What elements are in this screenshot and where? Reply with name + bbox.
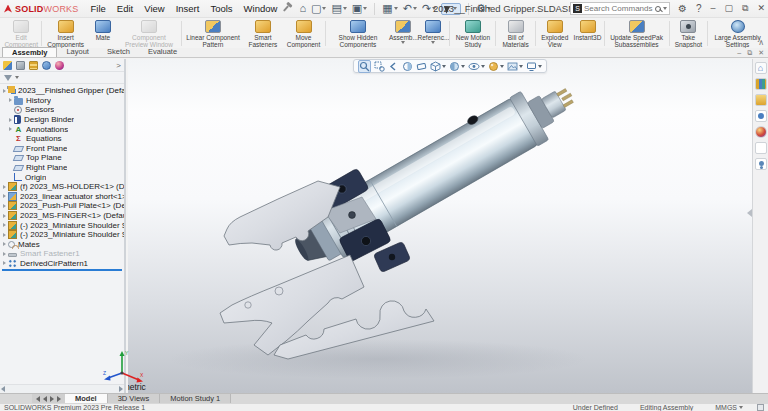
doc-restore-button[interactable]: ⧉ xyxy=(747,48,752,58)
tree-item-derived-cir-pattern[interactable]: DerivedCirPattern1 xyxy=(2,259,124,269)
displaymanager-tab-icon[interactable] xyxy=(55,61,64,70)
ribbon-linear-pattern-button[interactable]: Linear Component Pattern xyxy=(183,19,243,48)
linear-actuator-body[interactable] xyxy=(283,67,585,276)
tree-item-equations[interactable]: ΣEquations xyxy=(2,134,124,144)
ribbon-bill-of-materials-button[interactable]: Bill of Materials xyxy=(497,19,534,48)
ribbon-collapse-chevron[interactable]: ∧ xyxy=(758,38,764,47)
propertymanager-tab-icon[interactable] xyxy=(16,61,25,70)
close-button[interactable]: ✕ xyxy=(757,2,765,14)
expand-arrow-icon[interactable] xyxy=(9,118,12,122)
ribbon-insert-components-button[interactable]: Insert Components xyxy=(43,19,88,48)
clamp-screw[interactable] xyxy=(389,254,395,260)
restore-button[interactable]: ⧉ xyxy=(742,2,748,14)
gripper-assembly-model[interactable] xyxy=(128,59,752,393)
ribbon-take-snapshot-button[interactable]: Take Snapshot xyxy=(671,19,707,48)
tree-item-mates[interactable]: Mates xyxy=(2,240,124,250)
tree-item-push-pull-plate[interactable]: 2023_Push-Pull Plate<1> (Default) xyxy=(2,201,124,211)
rollback-bar[interactable] xyxy=(2,269,122,271)
zoom-to-area-button[interactable] xyxy=(374,61,385,72)
minimize-button[interactable]: – xyxy=(710,2,715,14)
view-orientation-button[interactable] xyxy=(430,61,446,72)
design-library-icon[interactable] xyxy=(755,78,767,90)
ribbon-instant3d-button[interactable]: Instant3D xyxy=(573,19,603,48)
ribbon-exploded-view-button[interactable]: Exploded View xyxy=(537,19,573,48)
connector-pin[interactable] xyxy=(563,100,573,108)
status-tag-icon[interactable] xyxy=(757,404,764,411)
settings-gear-button[interactable]: ⚙ xyxy=(678,3,687,14)
tree-item-top-plane[interactable]: Top Plane xyxy=(2,153,124,163)
solidworks-resources-icon[interactable]: ⌂ xyxy=(755,62,767,74)
tab-sketch[interactable]: Sketch xyxy=(98,47,139,57)
tree-item-shoulder-screw-2[interactable]: (-) 2023_Miniature Shoulder Screw xyxy=(2,230,124,240)
home-button[interactable]: ⌂ xyxy=(299,3,306,14)
search-icon[interactable] xyxy=(655,6,661,12)
tab-scroll-first-icon[interactable] xyxy=(36,396,40,402)
expand-arrow-icon[interactable] xyxy=(9,98,12,102)
ribbon-reference-geometry-button[interactable]: Referenc... xyxy=(418,19,448,48)
tree-item-linear-actuator[interactable]: 2023_linear actuator short<1> xyxy=(2,192,124,202)
connector-pin[interactable] xyxy=(562,93,572,101)
status-units-selector[interactable]: MMGS xyxy=(715,404,743,411)
menu-window[interactable]: Window xyxy=(244,3,278,14)
doc-minimize-button[interactable]: – xyxy=(737,48,741,58)
featuremanager-tree-tab-icon[interactable] xyxy=(3,61,12,70)
tree-item-origin[interactable]: Origin xyxy=(2,172,124,182)
tab-3d-views[interactable]: 3D Views xyxy=(108,394,161,403)
menu-view[interactable]: View xyxy=(144,3,164,14)
tab-layout[interactable]: Layout xyxy=(57,47,98,57)
search-commands-box[interactable]: S xyxy=(570,2,670,15)
taskpane-collapse-arrow[interactable] xyxy=(747,209,752,217)
previous-view-button[interactable] xyxy=(388,61,399,72)
menu-edit[interactable]: Edit xyxy=(117,3,133,14)
menu-insert[interactable]: Insert xyxy=(176,3,200,14)
appearances-scenes-icon[interactable] xyxy=(755,126,767,138)
ribbon-assembly-features-button[interactable]: Assemb... xyxy=(388,19,418,48)
connector-pin[interactable] xyxy=(557,89,567,97)
ribbon-move-component-button[interactable]: Move Component xyxy=(283,19,325,48)
dynamic-annotation-views-button[interactable] xyxy=(416,61,427,72)
expand-arrow-icon[interactable] xyxy=(3,261,6,265)
display-style-button[interactable] xyxy=(449,61,465,72)
view-settings-button[interactable] xyxy=(526,61,542,72)
expand-arrow-icon[interactable] xyxy=(3,214,6,218)
help-button[interactable]: ? xyxy=(696,3,702,14)
expand-arrow-icon[interactable] xyxy=(3,204,6,208)
ribbon-smart-fasteners-button[interactable]: Smart Fasteners xyxy=(243,19,282,48)
ribbon-update-speedpak-button[interactable]: Update SpeedPak Subassemblies xyxy=(606,19,668,48)
file-explorer-icon[interactable] xyxy=(755,94,767,106)
tab-scroll-last-icon[interactable] xyxy=(57,396,61,402)
tab-evaluate[interactable]: Evaluate xyxy=(139,47,186,57)
hide-show-items-button[interactable] xyxy=(468,61,485,72)
expand-arrow-icon[interactable] xyxy=(9,127,12,131)
expand-arrow-icon[interactable] xyxy=(3,242,6,246)
expand-arrow-icon[interactable] xyxy=(3,185,6,189)
expand-arrow-icon[interactable] xyxy=(3,233,6,237)
tab-scroll-right-icon[interactable] xyxy=(50,396,54,402)
clamp-screw[interactable] xyxy=(361,236,370,245)
tree-item-design-binder[interactable]: Design Binder xyxy=(2,115,124,125)
search-input[interactable] xyxy=(584,4,653,13)
tree-item-ms-holder[interactable]: (f) 2023_MS-HOLDER<1> (Default) xyxy=(2,182,124,192)
custom-properties-icon[interactable] xyxy=(755,142,767,154)
expand-arrow-icon[interactable] xyxy=(3,252,6,256)
tab-model[interactable]: Model xyxy=(65,394,108,403)
search-scope-icon[interactable]: S xyxy=(573,4,582,13)
menu-tools[interactable]: Tools xyxy=(210,3,232,14)
expand-arrow-icon[interactable] xyxy=(3,89,6,93)
ribbon-show-hidden-button[interactable]: Show Hidden Components xyxy=(327,19,388,48)
panel-tabs-overflow-chevron[interactable]: > xyxy=(116,61,121,70)
actuator-cylinder[interactable] xyxy=(337,98,539,246)
doc-close-button[interactable]: ✕ xyxy=(758,48,764,58)
open-button[interactable]: ▤ xyxy=(331,3,346,14)
filter-funnel-icon[interactable] xyxy=(4,75,12,81)
tab-motion-study-1[interactable]: Motion Study 1 xyxy=(160,394,231,403)
solidworks-forum-icon[interactable] xyxy=(755,158,767,170)
tree-item-history[interactable]: History xyxy=(2,96,124,106)
zoom-to-fit-button[interactable] xyxy=(358,60,371,73)
apply-scene-button[interactable] xyxy=(507,61,523,72)
expand-arrow-icon[interactable] xyxy=(3,223,6,227)
ribbon-new-motion-study-button[interactable]: New Motion Study xyxy=(451,19,494,48)
tree-item-shoulder-screw-1[interactable]: (-) 2023_Miniature Shoulder Screw xyxy=(2,220,124,230)
edit-appearance-button[interactable] xyxy=(488,61,504,72)
pin-menu-icon[interactable] xyxy=(283,5,289,12)
